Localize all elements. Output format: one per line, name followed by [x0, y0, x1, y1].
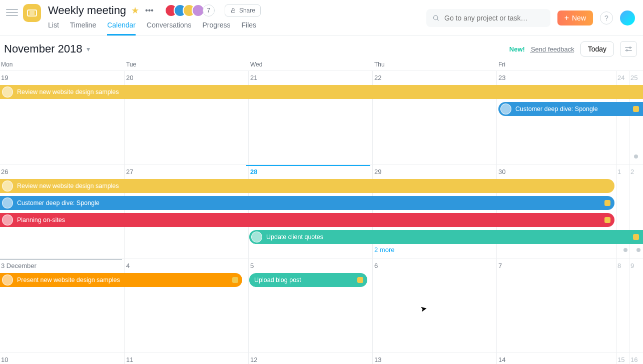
date-num: 1 — [617, 168, 621, 176]
view-settings-button[interactable] — [620, 41, 637, 57]
task-bar[interactable]: Planning on-sites — [0, 213, 614, 227]
assignee-avatar — [2, 180, 13, 192]
day-label-mon: Mon — [1, 61, 13, 68]
new-badge: New! — [509, 46, 525, 53]
share-label: Share — [239, 7, 255, 14]
task-bar[interactable]: Customer deep dive: Spongle — [498, 102, 643, 116]
project-badge — [633, 106, 639, 112]
task-label: Review new website design samples — [17, 182, 119, 190]
tab-progress[interactable]: Progress — [203, 21, 231, 36]
date-num: 8 — [617, 262, 621, 270]
assignee-avatar — [2, 274, 13, 286]
day-label-thu: Thu — [374, 61, 385, 68]
svg-line-2 — [437, 20, 439, 21]
svg-rect-0 — [231, 10, 235, 13]
date-num: 22 — [374, 74, 381, 82]
assignee-avatar — [500, 104, 511, 114]
date-num: 5 — [250, 262, 254, 270]
share-button[interactable]: Share — [225, 4, 261, 16]
task-label: Customer deep dive: Spongle — [515, 106, 598, 112]
date-num: 16 — [630, 356, 637, 364]
assignee-avatar — [2, 198, 13, 208]
month-label: November 2018 — [4, 42, 83, 56]
tab-conversations[interactable]: Conversations — [147, 21, 192, 36]
task-bar[interactable]: Review new website design samples — [0, 179, 614, 193]
assignee-avatar — [2, 86, 13, 98]
date-num: 30 — [498, 168, 505, 176]
today-indicator — [246, 165, 370, 166]
new-button[interactable]: +New — [557, 10, 593, 26]
date-num: 13 — [374, 356, 381, 364]
star-icon[interactable]: ★ — [131, 5, 139, 16]
date-num: 11 — [126, 356, 133, 364]
task-bar[interactable]: Upload blog post — [249, 273, 367, 287]
tab-files[interactable]: Files — [242, 21, 257, 36]
chevron-down-icon: ▾ — [87, 45, 90, 53]
today-button[interactable]: Today — [580, 42, 614, 56]
send-feedback-link[interactable]: Send feedback — [531, 46, 574, 53]
date-num: 4 — [126, 262, 130, 270]
date-num: 24 — [617, 74, 624, 82]
date-num: 26 — [1, 168, 8, 176]
date-num: 29 — [374, 168, 381, 176]
lock-icon — [230, 8, 236, 14]
more-tasks-link[interactable]: 2 more — [374, 246, 394, 254]
project-badge — [604, 217, 610, 223]
date-num: 12 — [250, 356, 257, 364]
date-num: 19 — [1, 74, 8, 82]
overflow-dot — [634, 154, 638, 158]
task-bar[interactable]: Present new website design samples — [0, 273, 242, 287]
date-num: 9 — [630, 262, 634, 270]
svg-point-6 — [626, 50, 627, 51]
date-num: 28 — [250, 168, 257, 176]
task-bar[interactable]: Customer deep dive: Spongle — [0, 196, 614, 210]
menu-icon[interactable] — [6, 9, 18, 16]
task-bar[interactable]: Update client quotes — [249, 230, 643, 244]
date-num: 23 — [498, 74, 505, 82]
task-label: Review new website design samples — [17, 88, 119, 96]
search-input[interactable] — [426, 9, 550, 27]
task-label: Customer deep dive: Spongle — [17, 200, 100, 206]
overflow-dot — [623, 248, 627, 252]
date-num: 2 — [630, 168, 634, 176]
assignee-avatar — [2, 214, 13, 226]
user-avatar[interactable] — [620, 10, 635, 26]
date-num: 3 December — [1, 262, 37, 270]
task-label: Present new website design samples — [17, 276, 120, 284]
date-num: 25 — [630, 74, 637, 82]
project-badge — [232, 277, 238, 283]
tab-list[interactable]: List — [48, 21, 59, 36]
date-num: 27 — [126, 168, 133, 176]
task-label: Update client quotes — [266, 234, 323, 240]
date-num: 6 — [374, 262, 378, 270]
date-num: 14 — [498, 356, 505, 364]
search-field[interactable] — [443, 14, 544, 22]
project-badge — [604, 200, 610, 206]
task-label: Upload blog post — [254, 276, 301, 284]
date-num: 7 — [498, 262, 502, 270]
project-badge — [633, 234, 639, 240]
tab-timeline[interactable]: Timeline — [70, 21, 96, 36]
assignee-avatar — [251, 232, 262, 242]
help-icon[interactable]: ? — [600, 12, 613, 24]
date-num: 20 — [126, 74, 133, 82]
day-label-fri: Fri — [498, 61, 505, 68]
page-title: Weekly meeting — [48, 4, 126, 17]
day-label-wed: Wed — [250, 61, 262, 68]
tab-calendar[interactable]: Calendar — [107, 21, 136, 36]
svg-point-1 — [433, 16, 437, 20]
task-bar[interactable]: Review new website design samples — [0, 85, 643, 99]
project-icon[interactable] — [23, 4, 41, 22]
date-num: 21 — [250, 74, 257, 82]
avatar-overflow[interactable]: 7 — [203, 4, 215, 16]
svg-point-4 — [629, 47, 631, 48]
task-label: Planning on-sites — [17, 216, 65, 224]
month-selector[interactable]: November 2018 ▾ — [4, 42, 90, 56]
member-avatars[interactable]: 7 — [165, 4, 215, 17]
search-icon — [432, 14, 439, 22]
sliders-icon — [624, 46, 632, 52]
overflow-dot — [636, 248, 640, 252]
more-icon[interactable]: ••• — [144, 6, 155, 15]
date-num: 15 — [617, 356, 624, 364]
day-label-tue: Tue — [126, 61, 136, 68]
